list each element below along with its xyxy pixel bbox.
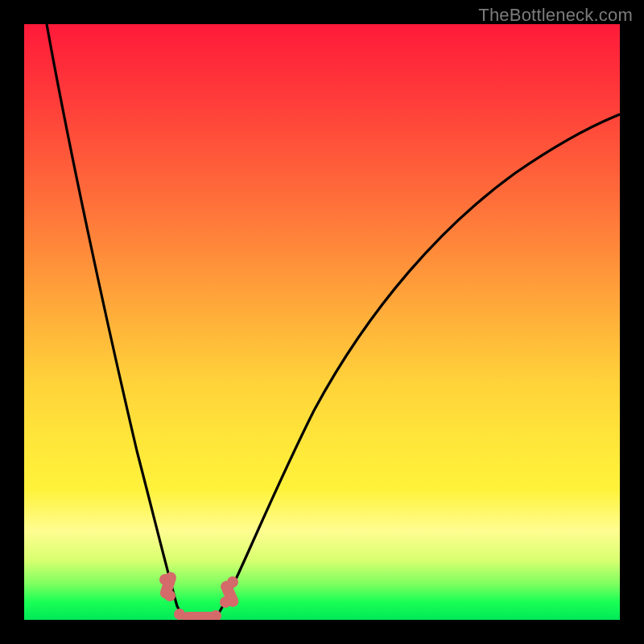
marker-cap [182,612,217,620]
plot-area [24,24,620,620]
watermark-text: TheBottleneck.com [478,5,633,26]
left-curve [47,24,184,618]
right-curve [216,114,620,618]
chart-svg [24,24,620,620]
outer-frame: TheBottleneck.com [0,0,644,644]
